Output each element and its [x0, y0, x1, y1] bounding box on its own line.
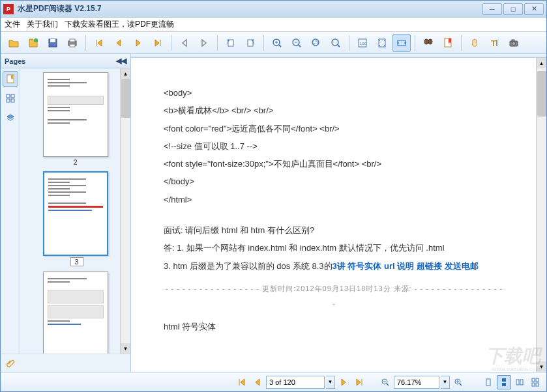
svg-rect-52 — [536, 383, 539, 386]
thumb-num: 2 — [43, 158, 108, 166]
thumbnail-page-2[interactable]: 2 — [43, 72, 108, 166]
pages-panel-title: Pages — [5, 57, 25, 65]
save-button[interactable] — [44, 34, 62, 52]
scroll-up-icon[interactable]: ▲ — [537, 58, 546, 68]
close-button[interactable]: ✕ — [524, 3, 544, 15]
menu-file[interactable]: 文件 — [5, 19, 20, 30]
scroll-up-icon[interactable]: ▲ — [121, 68, 130, 79]
svg-rect-47 — [516, 380, 519, 385]
scroll-thumb[interactable] — [121, 79, 130, 118]
zoom-in-button[interactable] — [268, 34, 286, 52]
page-dropdown[interactable]: ▼ — [326, 376, 335, 389]
text-line: 面试: 请问后缀 html 和 htm 有什么区别? — [164, 221, 505, 239]
view-facing-cont-button[interactable] — [528, 375, 542, 389]
bookmark-button[interactable] — [439, 34, 457, 52]
hand-tool-button[interactable] — [466, 34, 484, 52]
side-tabs — [1, 68, 20, 354]
thumbnails-tab[interactable] — [3, 91, 18, 106]
print-button[interactable] — [63, 34, 81, 52]
status-first-button[interactable] — [235, 375, 249, 389]
svg-line-38 — [387, 384, 389, 385]
collapse-panel-button[interactable]: ◀◀ — [116, 57, 126, 65]
scroll-thumb[interactable] — [537, 71, 546, 117]
svg-text:100: 100 — [360, 42, 367, 46]
bookmarks-tab[interactable] — [3, 71, 18, 87]
status-zoomout-button[interactable] — [378, 375, 392, 389]
app-window: P 水星PDF阅读器 V2.15.7 ─ □ ✕ 文件 关于我们 下载安装看图王… — [0, 0, 547, 392]
meta-line: - - - - - - - - - - - - - - - - - 更新时间:2… — [164, 281, 505, 311]
fit-page-button[interactable] — [373, 34, 391, 52]
svg-rect-5 — [70, 44, 75, 47]
text-select-button[interactable]: T — [485, 34, 503, 52]
menu-promo[interactable]: 下载安装看图王，读PDF更流畅 — [65, 19, 174, 30]
main-viewer: <body> <b>横看成林</b> <br/> <br/> <font col… — [131, 54, 546, 372]
svg-rect-34 — [11, 94, 14, 98]
text-line: html 符号实体 — [164, 318, 505, 335]
svg-rect-46 — [502, 383, 506, 386]
svg-line-9 — [279, 45, 281, 47]
thumbnail-page-3[interactable]: 3 — [43, 171, 108, 266]
fit-width-button[interactable] — [392, 34, 411, 52]
rotate-left-button[interactable] — [222, 34, 240, 52]
scroll-down-icon[interactable]: ▼ — [121, 343, 130, 354]
open-button[interactable] — [5, 34, 23, 52]
window-title: 水星PDF阅读器 V2.15.7 — [18, 3, 482, 14]
svg-rect-31 — [512, 40, 514, 42]
last-page-button[interactable] — [149, 34, 167, 52]
thumbnails-list: 2 3 ▲ ▼ — [20, 68, 130, 354]
find-button[interactable] — [419, 34, 437, 52]
zoom-selection-button[interactable] — [307, 34, 325, 52]
svg-point-0 — [34, 38, 38, 42]
app-icon: P — [3, 4, 14, 14]
scroll-down-icon[interactable]: ▼ — [537, 361, 546, 372]
sidebar: Pages ◀◀ 2 3 — [1, 54, 131, 372]
maximize-button[interactable]: □ — [503, 3, 523, 15]
svg-rect-49 — [532, 378, 535, 382]
view-single-button[interactable] — [481, 375, 495, 389]
code-line: <b>横看成林</b> <br/> <br/> — [164, 102, 505, 119]
next-page-button[interactable] — [129, 34, 147, 52]
svg-line-13 — [299, 45, 301, 47]
actual-size-button[interactable]: 100 — [353, 34, 372, 52]
text-line: 3. htm 后缀是为了兼容以前的 dos 系统 8.3的3讲 符号实体 url… — [164, 257, 505, 275]
status-next-button[interactable] — [336, 375, 351, 389]
zoom-input[interactable]: 76.17% — [394, 376, 439, 389]
code-line: <body> — [164, 84, 505, 102]
snapshot-button[interactable] — [505, 34, 523, 52]
new-button[interactable] — [24, 34, 42, 52]
minimize-button[interactable]: ─ — [482, 3, 502, 15]
svg-rect-4 — [70, 39, 75, 42]
document-viewport[interactable]: <body> <b>横看成林</b> <br/> <br/> <font col… — [131, 58, 546, 372]
attachments-button[interactable] — [1, 354, 130, 372]
forward-button[interactable] — [195, 34, 213, 52]
zoom-reset-button[interactable] — [327, 34, 345, 52]
view-continuous-button[interactable] — [497, 375, 511, 389]
titlebar: P 水星PDF阅读器 V2.15.7 ─ □ ✕ — [1, 1, 546, 18]
layers-tab[interactable] — [3, 110, 18, 126]
zoom-dropdown[interactable]: ▼ — [441, 376, 450, 389]
back-button[interactable] — [175, 34, 194, 52]
page-content: <body> <b>横看成林</b> <br/> <br/> <font col… — [131, 58, 537, 372]
statusbar: 3 of 120 ▼ 76.17% ▼ — [1, 372, 546, 391]
rotate-right-button[interactable] — [241, 34, 259, 52]
view-facing-button[interactable] — [512, 375, 527, 389]
viewer-scrollbar[interactable]: ▲ ▼ — [536, 58, 546, 372]
svg-line-41 — [460, 384, 462, 385]
page-input[interactable]: 3 of 120 — [266, 376, 325, 389]
link-text[interactable]: 3讲 符号实体 url 说明 超链接 发送电邮 — [333, 261, 479, 271]
first-page-button[interactable] — [90, 34, 108, 52]
svg-rect-44 — [486, 379, 490, 385]
zoom-out-button[interactable] — [288, 34, 306, 52]
code-line: </body> — [164, 173, 505, 190]
thumbs-scrollbar[interactable]: ▲ ▼ — [120, 68, 130, 354]
menu-about[interactable]: 关于我们 — [27, 19, 58, 30]
status-prev-button[interactable] — [250, 375, 265, 389]
prev-page-button[interactable] — [110, 34, 128, 52]
thumbnail-page-4[interactable] — [43, 272, 108, 354]
svg-rect-33 — [7, 94, 10, 98]
thumb-num: 3 — [70, 257, 83, 266]
status-last-button[interactable] — [352, 375, 366, 389]
svg-rect-36 — [11, 99, 14, 102]
svg-point-17 — [332, 39, 338, 46]
status-zoomin-button[interactable] — [451, 375, 466, 389]
